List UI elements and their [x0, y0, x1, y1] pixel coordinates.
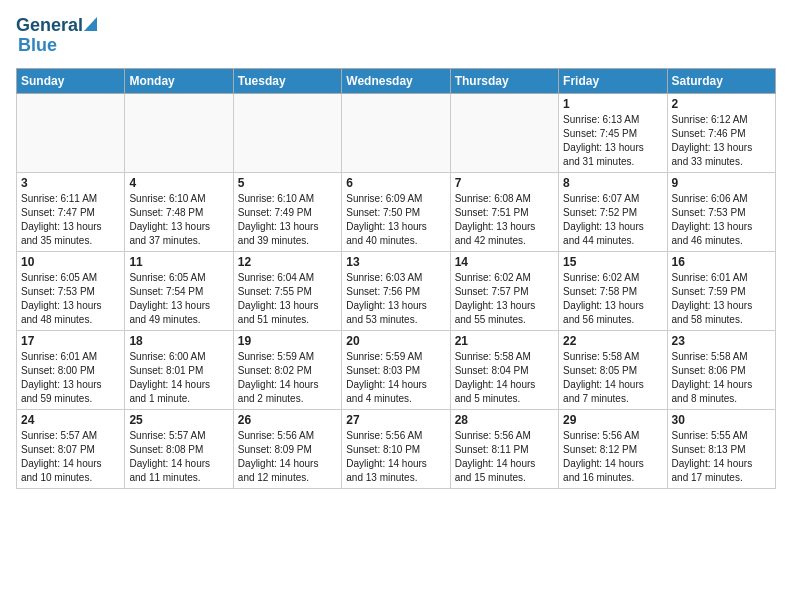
day-info: Sunrise: 6:04 AM Sunset: 7:55 PM Dayligh… — [238, 271, 337, 327]
day-info: Sunrise: 5:57 AM Sunset: 8:08 PM Dayligh… — [129, 429, 228, 485]
calendar-cell: 8Sunrise: 6:07 AM Sunset: 7:52 PM Daylig… — [559, 172, 667, 251]
day-info: Sunrise: 6:13 AM Sunset: 7:45 PM Dayligh… — [563, 113, 662, 169]
day-info: Sunrise: 6:07 AM Sunset: 7:52 PM Dayligh… — [563, 192, 662, 248]
calendar-header-row: SundayMondayTuesdayWednesdayThursdayFrid… — [17, 68, 776, 93]
day-info: Sunrise: 6:12 AM Sunset: 7:46 PM Dayligh… — [672, 113, 771, 169]
day-number: 5 — [238, 176, 337, 190]
day-info: Sunrise: 5:57 AM Sunset: 8:07 PM Dayligh… — [21, 429, 120, 485]
svg-marker-0 — [84, 17, 97, 31]
day-info: Sunrise: 6:00 AM Sunset: 8:01 PM Dayligh… — [129, 350, 228, 406]
day-info: Sunrise: 5:56 AM Sunset: 8:10 PM Dayligh… — [346, 429, 445, 485]
day-info: Sunrise: 5:56 AM Sunset: 8:11 PM Dayligh… — [455, 429, 554, 485]
day-number: 16 — [672, 255, 771, 269]
calendar-cell: 17Sunrise: 6:01 AM Sunset: 8:00 PM Dayli… — [17, 330, 125, 409]
calendar-cell: 25Sunrise: 5:57 AM Sunset: 8:08 PM Dayli… — [125, 409, 233, 488]
calendar-cell — [17, 93, 125, 172]
day-info: Sunrise: 5:59 AM Sunset: 8:02 PM Dayligh… — [238, 350, 337, 406]
calendar-cell: 23Sunrise: 5:58 AM Sunset: 8:06 PM Dayli… — [667, 330, 775, 409]
header: General Blue — [16, 16, 776, 56]
day-number: 26 — [238, 413, 337, 427]
day-number: 18 — [129, 334, 228, 348]
calendar-cell: 29Sunrise: 5:56 AM Sunset: 8:12 PM Dayli… — [559, 409, 667, 488]
calendar-cell: 15Sunrise: 6:02 AM Sunset: 7:58 PM Dayli… — [559, 251, 667, 330]
calendar-header-thursday: Thursday — [450, 68, 558, 93]
calendar-header-tuesday: Tuesday — [233, 68, 341, 93]
calendar-cell: 3Sunrise: 6:11 AM Sunset: 7:47 PM Daylig… — [17, 172, 125, 251]
calendar-cell: 30Sunrise: 5:55 AM Sunset: 8:13 PM Dayli… — [667, 409, 775, 488]
day-info: Sunrise: 5:59 AM Sunset: 8:03 PM Dayligh… — [346, 350, 445, 406]
calendar-cell: 26Sunrise: 5:56 AM Sunset: 8:09 PM Dayli… — [233, 409, 341, 488]
day-number: 22 — [563, 334, 662, 348]
day-number: 20 — [346, 334, 445, 348]
day-number: 25 — [129, 413, 228, 427]
calendar-week-2: 3Sunrise: 6:11 AM Sunset: 7:47 PM Daylig… — [17, 172, 776, 251]
day-info: Sunrise: 5:56 AM Sunset: 8:12 PM Dayligh… — [563, 429, 662, 485]
calendar-cell: 7Sunrise: 6:08 AM Sunset: 7:51 PM Daylig… — [450, 172, 558, 251]
day-number: 3 — [21, 176, 120, 190]
day-info: Sunrise: 5:58 AM Sunset: 8:05 PM Dayligh… — [563, 350, 662, 406]
calendar-week-5: 24Sunrise: 5:57 AM Sunset: 8:07 PM Dayli… — [17, 409, 776, 488]
day-number: 15 — [563, 255, 662, 269]
calendar-cell: 14Sunrise: 6:02 AM Sunset: 7:57 PM Dayli… — [450, 251, 558, 330]
calendar-header-wednesday: Wednesday — [342, 68, 450, 93]
day-number: 27 — [346, 413, 445, 427]
calendar-cell — [233, 93, 341, 172]
day-info: Sunrise: 5:56 AM Sunset: 8:09 PM Dayligh… — [238, 429, 337, 485]
calendar-cell: 10Sunrise: 6:05 AM Sunset: 7:53 PM Dayli… — [17, 251, 125, 330]
calendar-header-sunday: Sunday — [17, 68, 125, 93]
calendar-cell: 2Sunrise: 6:12 AM Sunset: 7:46 PM Daylig… — [667, 93, 775, 172]
calendar-cell: 27Sunrise: 5:56 AM Sunset: 8:10 PM Dayli… — [342, 409, 450, 488]
day-info: Sunrise: 6:11 AM Sunset: 7:47 PM Dayligh… — [21, 192, 120, 248]
calendar-cell: 1Sunrise: 6:13 AM Sunset: 7:45 PM Daylig… — [559, 93, 667, 172]
calendar-week-4: 17Sunrise: 6:01 AM Sunset: 8:00 PM Dayli… — [17, 330, 776, 409]
day-number: 24 — [21, 413, 120, 427]
logo: General Blue — [16, 16, 97, 56]
logo-flag-icon — [84, 17, 97, 31]
calendar-cell: 11Sunrise: 6:05 AM Sunset: 7:54 PM Dayli… — [125, 251, 233, 330]
day-number: 6 — [346, 176, 445, 190]
day-number: 23 — [672, 334, 771, 348]
calendar-cell: 6Sunrise: 6:09 AM Sunset: 7:50 PM Daylig… — [342, 172, 450, 251]
day-number: 2 — [672, 97, 771, 111]
calendar: SundayMondayTuesdayWednesdayThursdayFrid… — [16, 68, 776, 489]
day-info: Sunrise: 6:05 AM Sunset: 7:54 PM Dayligh… — [129, 271, 228, 327]
calendar-cell: 20Sunrise: 5:59 AM Sunset: 8:03 PM Dayli… — [342, 330, 450, 409]
calendar-cell: 18Sunrise: 6:00 AM Sunset: 8:01 PM Dayli… — [125, 330, 233, 409]
day-number: 11 — [129, 255, 228, 269]
day-info: Sunrise: 5:58 AM Sunset: 8:06 PM Dayligh… — [672, 350, 771, 406]
calendar-cell — [342, 93, 450, 172]
logo-general: General — [16, 16, 83, 36]
day-number: 4 — [129, 176, 228, 190]
calendar-cell — [125, 93, 233, 172]
day-info: Sunrise: 6:08 AM Sunset: 7:51 PM Dayligh… — [455, 192, 554, 248]
day-info: Sunrise: 6:01 AM Sunset: 8:00 PM Dayligh… — [21, 350, 120, 406]
day-number: 19 — [238, 334, 337, 348]
calendar-cell: 16Sunrise: 6:01 AM Sunset: 7:59 PM Dayli… — [667, 251, 775, 330]
day-number: 9 — [672, 176, 771, 190]
day-info: Sunrise: 6:03 AM Sunset: 7:56 PM Dayligh… — [346, 271, 445, 327]
day-number: 29 — [563, 413, 662, 427]
day-number: 17 — [21, 334, 120, 348]
day-info: Sunrise: 6:09 AM Sunset: 7:50 PM Dayligh… — [346, 192, 445, 248]
day-info: Sunrise: 6:06 AM Sunset: 7:53 PM Dayligh… — [672, 192, 771, 248]
day-number: 10 — [21, 255, 120, 269]
calendar-cell: 21Sunrise: 5:58 AM Sunset: 8:04 PM Dayli… — [450, 330, 558, 409]
day-info: Sunrise: 6:10 AM Sunset: 7:48 PM Dayligh… — [129, 192, 228, 248]
calendar-cell: 5Sunrise: 6:10 AM Sunset: 7:49 PM Daylig… — [233, 172, 341, 251]
day-info: Sunrise: 5:58 AM Sunset: 8:04 PM Dayligh… — [455, 350, 554, 406]
day-number: 12 — [238, 255, 337, 269]
page: General Blue SundayMondayTuesdayWednesda… — [0, 0, 792, 505]
calendar-cell: 4Sunrise: 6:10 AM Sunset: 7:48 PM Daylig… — [125, 172, 233, 251]
calendar-cell: 9Sunrise: 6:06 AM Sunset: 7:53 PM Daylig… — [667, 172, 775, 251]
calendar-cell: 19Sunrise: 5:59 AM Sunset: 8:02 PM Dayli… — [233, 330, 341, 409]
calendar-cell: 12Sunrise: 6:04 AM Sunset: 7:55 PM Dayli… — [233, 251, 341, 330]
day-number: 28 — [455, 413, 554, 427]
day-info: Sunrise: 6:02 AM Sunset: 7:58 PM Dayligh… — [563, 271, 662, 327]
day-number: 7 — [455, 176, 554, 190]
calendar-cell: 22Sunrise: 5:58 AM Sunset: 8:05 PM Dayli… — [559, 330, 667, 409]
day-number: 13 — [346, 255, 445, 269]
calendar-cell — [450, 93, 558, 172]
day-info: Sunrise: 6:05 AM Sunset: 7:53 PM Dayligh… — [21, 271, 120, 327]
calendar-cell: 24Sunrise: 5:57 AM Sunset: 8:07 PM Dayli… — [17, 409, 125, 488]
calendar-header-saturday: Saturday — [667, 68, 775, 93]
